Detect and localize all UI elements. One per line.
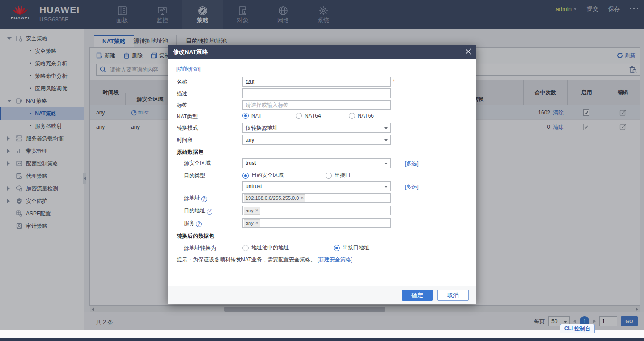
source-zone-label: 源安全区域 <box>184 158 211 168</box>
address-chip[interactable]: 192.168.0.0/255.255.0.0 <box>244 194 305 202</box>
new-security-policy-link[interactable]: [新建安全策略] <box>317 257 352 263</box>
time-period-label: 时间段 <box>177 135 193 145</box>
help-icon[interactable] <box>207 209 212 215</box>
chevron-down-icon <box>384 163 388 165</box>
section-original-packet: 原始数据包 <box>177 148 203 156</box>
service-label: 服务 <box>184 218 202 228</box>
dialog-title: 修改NAT策略 <box>173 48 208 56</box>
app-window: HUAWEI HUAWEI USG6305E 面板 监控 策略 对象 网络 系统 <box>0 0 644 341</box>
cli-console-button[interactable]: CLI 控制台 <box>560 324 595 333</box>
help-icon[interactable] <box>196 221 202 227</box>
edit-nat-policy-dialog: 修改NAT策略 [功能介绍] 名称 * 描述 标签 NAT类型 NAT NAT6… <box>168 45 476 304</box>
source-address-input[interactable]: 192.168.0.0/255.255.0.0 <box>242 193 391 203</box>
radio-nat64[interactable] <box>296 113 302 119</box>
bottom-bar: CLI 控制台 <box>0 330 644 338</box>
radio-address-pool[interactable] <box>242 245 249 251</box>
address-chip[interactable]: any <box>244 207 260 215</box>
source-zone-multi-link[interactable]: [多选] <box>405 160 419 168</box>
dest-zone-multi-link[interactable]: [多选] <box>405 183 419 191</box>
hint-text: 提示：为保证设备顺利转发NAT业务，需要配置安全策略。 [新建安全策略] <box>177 255 352 265</box>
translate-mode-label: 转换模式 <box>177 123 198 133</box>
tag-label: 标签 <box>177 100 187 110</box>
radio-out-interface[interactable] <box>326 173 332 179</box>
time-period-select[interactable]: any <box>242 135 391 145</box>
section-translated-packet: 转换后的数据包 <box>177 232 214 240</box>
required-asterisk: * <box>393 78 395 85</box>
nat-type-radio-group: NAT NAT64 NAT66 <box>242 113 374 119</box>
cancel-button[interactable]: 取消 <box>437 290 469 301</box>
translate-mode-select[interactable]: 仅转换源地址 <box>242 123 391 133</box>
nat-type-label: NAT类型 <box>177 112 198 122</box>
service-input[interactable]: any <box>242 218 391 228</box>
dialog-header: 修改NAT策略 <box>168 45 476 59</box>
chevron-down-icon <box>384 186 388 188</box>
feature-intro-link[interactable]: [功能介绍] <box>176 65 201 73</box>
dest-address-input[interactable]: any <box>242 206 391 215</box>
dest-zone-select[interactable]: untrust <box>242 181 391 191</box>
ok-button[interactable]: 确定 <box>402 290 433 301</box>
bottom-strip <box>0 338 644 341</box>
description-label: 描述 <box>177 88 187 98</box>
chevron-down-icon <box>384 127 388 130</box>
source-zone-select[interactable]: trust <box>242 158 391 168</box>
snat-radio-group: 地址池中的地址 出接口地址 <box>242 244 369 252</box>
tag-input[interactable] <box>242 100 391 110</box>
name-label: 名称 <box>177 77 187 87</box>
service-chip[interactable]: any <box>244 219 260 227</box>
radio-nat[interactable] <box>242 113 249 119</box>
dest-type-label: 目的类型 <box>184 171 205 181</box>
close-icon[interactable] <box>465 48 472 55</box>
description-input[interactable] <box>242 88 391 98</box>
dest-type-radio-group: 目的安全区域 出接口 <box>242 172 351 179</box>
radio-dest-zone[interactable] <box>242 173 249 179</box>
name-input[interactable] <box>242 77 391 87</box>
dest-address-label: 目的地址 <box>184 206 212 215</box>
snat-to-label: 源地址转换为 <box>184 243 216 253</box>
radio-nat66[interactable] <box>349 113 355 119</box>
source-address-label: 源地址 <box>184 193 207 203</box>
dialog-footer: 确定 取消 <box>168 286 476 304</box>
chevron-down-icon <box>384 139 388 142</box>
radio-out-interface-address[interactable] <box>334 245 340 251</box>
help-icon[interactable] <box>201 196 207 202</box>
